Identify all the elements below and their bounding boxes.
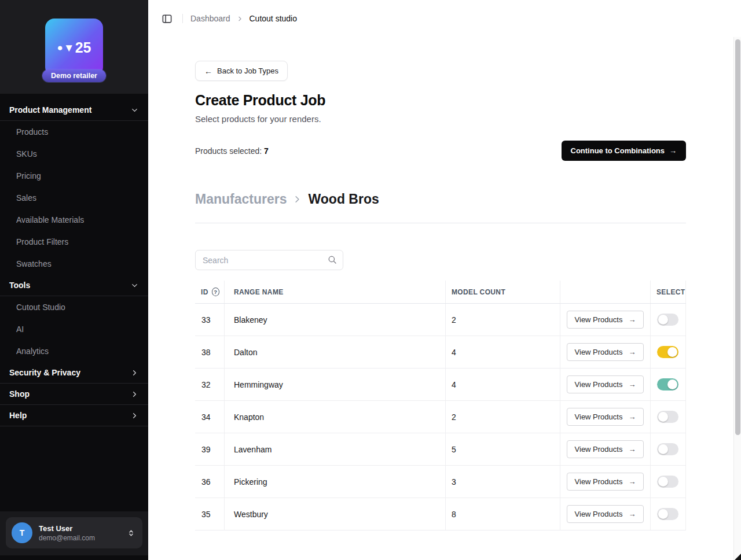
- sidebar: ● ▼ 25 Demo retailer Product ManagementP…: [0, 0, 148, 560]
- page-subtitle: Select products for your renders.: [195, 114, 686, 124]
- sidebar-section-help[interactable]: Help: [0, 405, 148, 426]
- select-toggle[interactable]: [657, 346, 678, 358]
- help-circle-icon[interactable]: ?: [212, 288, 219, 296]
- table-header-row: ID ? RANGE NAME MODEL COUNT SELECT: [195, 281, 686, 304]
- arrow-right-icon: →: [628, 477, 636, 486]
- row-range-name: Lavenham: [225, 433, 446, 465]
- scrollbar-thumb[interactable]: [735, 39, 740, 435]
- chevron-down-icon: [130, 281, 139, 290]
- row-id: 34: [195, 401, 225, 433]
- chevron-right-icon: [236, 15, 244, 23]
- select-toggle[interactable]: [657, 443, 678, 455]
- sidebar-item-products[interactable]: Products: [0, 121, 148, 143]
- arrow-right-icon: →: [628, 348, 636, 356]
- table-row: 39Lavenham5View Products→: [195, 433, 686, 466]
- sidebar-section-tools[interactable]: Tools: [0, 275, 148, 296]
- id-header-label: ID: [201, 288, 208, 296]
- view-products-label: View Products: [575, 412, 623, 421]
- topbar-divider: [182, 14, 183, 23]
- breadcrumb: Dashboard Cutout studio: [190, 14, 297, 23]
- sidebar-item-cutout-studio[interactable]: Cutout Studio: [0, 296, 148, 318]
- sidebar-section-shop[interactable]: Shop: [0, 384, 148, 405]
- user-email: demo@email.com: [39, 534, 95, 542]
- chevron-right-icon: [130, 390, 139, 399]
- view-products-button[interactable]: View Products→: [567, 473, 644, 491]
- row-actions-cell: View Products→: [560, 498, 651, 530]
- ranges-table: ID ? RANGE NAME MODEL COUNT SELECT 33Bla…: [195, 281, 686, 530]
- row-model-count: 8: [446, 498, 560, 530]
- toggle-knob: [658, 477, 668, 487]
- row-model-count: 3: [446, 466, 560, 498]
- sidebar-header: ● ▼ 25 Demo retailer: [0, 0, 148, 94]
- row-range-name: Westbury: [225, 498, 446, 530]
- view-products-button[interactable]: View Products→: [567, 440, 644, 458]
- continue-to-combinations-button[interactable]: Continue to Combinations →: [562, 141, 686, 161]
- row-model-count: 2: [446, 401, 560, 433]
- row-id: 35: [195, 498, 225, 530]
- arrow-left-icon: ←: [204, 67, 212, 75]
- back-to-job-types-button[interactable]: ← Back to Job Types: [195, 61, 288, 81]
- sidebar-item-ai[interactable]: AI: [0, 318, 148, 340]
- user-menu[interactable]: T Test User demo@email.com: [6, 517, 142, 548]
- resize-corner: [735, 554, 741, 560]
- row-model-count: 4: [446, 336, 560, 368]
- view-products-button[interactable]: View Products→: [567, 408, 644, 426]
- logo-triangle-icon: ▼: [64, 42, 75, 53]
- row-id: 32: [195, 369, 225, 400]
- row-range-name: Pickering: [225, 466, 446, 498]
- arrow-right-icon: →: [628, 412, 636, 421]
- select-toggle[interactable]: [657, 508, 678, 520]
- row-range-name: Dalton: [225, 336, 446, 368]
- row-range-name: Hemmingway: [225, 369, 446, 400]
- table-row: 32Hemmingway4View Products→: [195, 369, 686, 401]
- sidebar-item-skus[interactable]: SKUs: [0, 143, 148, 165]
- select-toggle[interactable]: [657, 378, 678, 390]
- products-selected-label: Products selected:: [195, 146, 262, 156]
- row-select-cell: [651, 401, 686, 433]
- retailer-badge[interactable]: Demo retailer: [42, 69, 106, 82]
- avatar: T: [12, 522, 32, 543]
- sidebar-section-security-privacy[interactable]: Security & Privacy: [0, 362, 148, 384]
- selection-summary-row: Products selected: 7 Continue to Combina…: [195, 141, 686, 161]
- table-row: 36Pickering3View Products→: [195, 466, 686, 498]
- vertical-scrollbar[interactable]: [733, 37, 741, 560]
- sidebar-item-pricing[interactable]: Pricing: [0, 165, 148, 187]
- panel-left-icon: [162, 13, 173, 24]
- row-actions-cell: View Products→: [560, 466, 651, 498]
- breadcrumb-dashboard[interactable]: Dashboard: [190, 14, 230, 23]
- row-actions-cell: View Products→: [560, 304, 651, 336]
- toggle-knob: [667, 347, 677, 357]
- sidebar-section-product-management[interactable]: Product Management: [0, 100, 148, 121]
- arrow-right-icon: →: [628, 445, 636, 454]
- topbar: Dashboard Cutout studio: [148, 0, 741, 37]
- column-header-range-name: RANGE NAME: [225, 281, 446, 303]
- current-manufacturer: Wood Bros: [308, 191, 379, 207]
- page-content: ← Back to Job Types Create Product Job S…: [195, 37, 686, 530]
- select-toggle[interactable]: [657, 476, 678, 488]
- manufacturers-link[interactable]: Manufacturers: [195, 191, 287, 207]
- chevron-right-icon: [292, 194, 303, 205]
- products-selected-text: Products selected: 7: [195, 146, 269, 156]
- search-input[interactable]: [195, 250, 343, 270]
- sidebar-item-available-materials[interactable]: Available Materials: [0, 209, 148, 231]
- select-toggle[interactable]: [657, 411, 678, 423]
- sidebar-item-product-filters[interactable]: Product Filters: [0, 231, 148, 253]
- view-products-button[interactable]: View Products→: [567, 505, 644, 523]
- sidebar-item-sales[interactable]: Sales: [0, 187, 148, 209]
- sidebar-toggle-button[interactable]: [159, 10, 175, 27]
- select-toggle[interactable]: [657, 314, 678, 326]
- sidebar-item-analytics[interactable]: Analytics: [0, 340, 148, 362]
- arrow-right-icon: →: [628, 315, 636, 324]
- view-products-button[interactable]: View Products→: [567, 311, 644, 329]
- sidebar-item-swatches[interactable]: Swatches: [0, 253, 148, 275]
- view-products-button[interactable]: View Products→: [567, 375, 644, 393]
- view-products-button[interactable]: View Products→: [567, 343, 644, 361]
- view-products-label: View Products: [575, 510, 623, 518]
- column-header-model-count: MODEL COUNT: [446, 281, 560, 303]
- table-row: 34Knapton2View Products→: [195, 401, 686, 433]
- sidebar-section-label: Product Management: [9, 105, 91, 115]
- sidebar-nav: Product ManagementProductsSKUsPricingSal…: [0, 94, 148, 511]
- manufacturer-breadcrumb: Manufacturers Wood Bros: [195, 191, 686, 207]
- view-products-label: View Products: [575, 445, 623, 454]
- search-field: [195, 250, 343, 270]
